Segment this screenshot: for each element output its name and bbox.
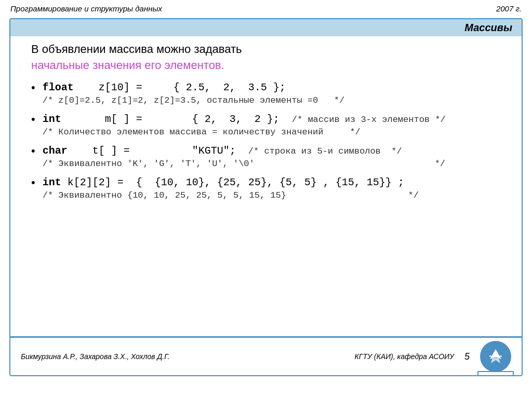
slide-content: В объявлении массива можно задавать нача… (10, 36, 522, 336)
airplane-container (480, 341, 511, 372)
intro-paragraph: В объявлении массива можно задавать нача… (31, 42, 501, 74)
footer-authors: Бикмурзина А.Р., Захарова З.Х., Хохлов Д… (21, 352, 169, 361)
bullet-dot-2: • (31, 113, 35, 126)
int2-comment: /* Эквивалентно {10, 10, 25, 25, 5, 5, 1… (43, 190, 419, 200)
bullet-dot-4: • (31, 176, 35, 189)
char-keyword: char (43, 145, 68, 157)
slide-title: Массивы (10, 19, 522, 36)
bullet-float-content: float z[10] = { 2.5, 2, 3.5 }; /* z[0]=2… (43, 80, 345, 105)
bullet-char: • char t[ ] = "KGTU"; /* строка из 5-и с… (31, 143, 501, 169)
float-keyword: float (43, 81, 74, 93)
bullet-int: • int m[ ] = { 2, 3, 2 }; /* массив из 3… (31, 112, 501, 137)
char-main-line: char t[ ] = "KGTU"; /* строка из 5-и сим… (43, 143, 445, 159)
intro-highlight: начальные значения его элементов. (31, 59, 224, 72)
airplane-icon (480, 341, 511, 372)
int-comment: /* Количество элементов массива = количе… (43, 127, 446, 137)
page-footer: Бикмурзина А.Р., Захарова З.Х., Хохлов Д… (10, 337, 522, 375)
int2-main-line: int k[2][2] = { {10, 10}, {25, 25}, {5, … (43, 175, 419, 190)
bullet-int2-content: int k[2][2] = { {10, 10}, {25, 25}, {5, … (43, 175, 419, 200)
page-number: 5 (464, 351, 470, 362)
int-inline-comment: /* массив из 3-х элементов */ (292, 115, 446, 125)
int-main-line: int m[ ] = { 2, 3, 2 }; /* массив из 3-х… (43, 112, 446, 127)
int2-keyword: int (43, 176, 61, 188)
bullet-float-section: • float z[10] = { 2.5, 2, 3.5 }; /* z[0]… (31, 80, 501, 105)
airplane-base (477, 371, 514, 376)
int-keyword: int (43, 113, 61, 125)
footer-institution: КГТУ (КАИ), кафедра АСОИУ (355, 352, 454, 361)
bullet-char-section: • char t[ ] = "KGTU"; /* строка из 5-и с… (31, 143, 501, 169)
footer-right: КГТУ (КАИ), кафедра АСОИУ 5 (355, 341, 511, 372)
bullet-char-content: char t[ ] = "KGTU"; /* строка из 5-и сим… (43, 143, 445, 169)
header-right: 2007 г. (496, 4, 522, 13)
header-left: Программирование и структуры данных (10, 4, 162, 13)
char-comment: /* Эквивалентно 'K', 'G', 'T', 'U', '\0'… (43, 159, 445, 169)
intro-line1: В объявлении массива можно задавать (31, 43, 242, 56)
float-comment: /* z[0]=2.5, z[1]=2, z[2]=3.5, остальные… (43, 95, 345, 105)
bullet-int-section: • int m[ ] = { 2, 3, 2 }; /* массив из 3… (31, 112, 501, 137)
bullet-float: • float z[10] = { 2.5, 2, 3.5 }; /* z[0]… (31, 80, 501, 105)
bullet-dot-3: • (31, 144, 35, 158)
float-main-line: float z[10] = { 2.5, 2, 3.5 }; (43, 80, 345, 95)
page-header: Программирование и структуры данных 2007… (0, 0, 532, 15)
main-container: Массивы В объявлении массива можно задав… (9, 18, 523, 376)
char-inline-comment: /* строка из 5-и символов */ (248, 146, 402, 156)
bullet-int2: • int k[2][2] = { {10, 10}, {25, 25}, {5… (31, 175, 501, 200)
bullet-int-content: int m[ ] = { 2, 3, 2 }; /* массив из 3-х… (43, 112, 446, 137)
bullet-int2-section: • int k[2][2] = { {10, 10}, {25, 25}, {5… (31, 175, 501, 200)
bullet-dot-1: • (31, 81, 35, 94)
